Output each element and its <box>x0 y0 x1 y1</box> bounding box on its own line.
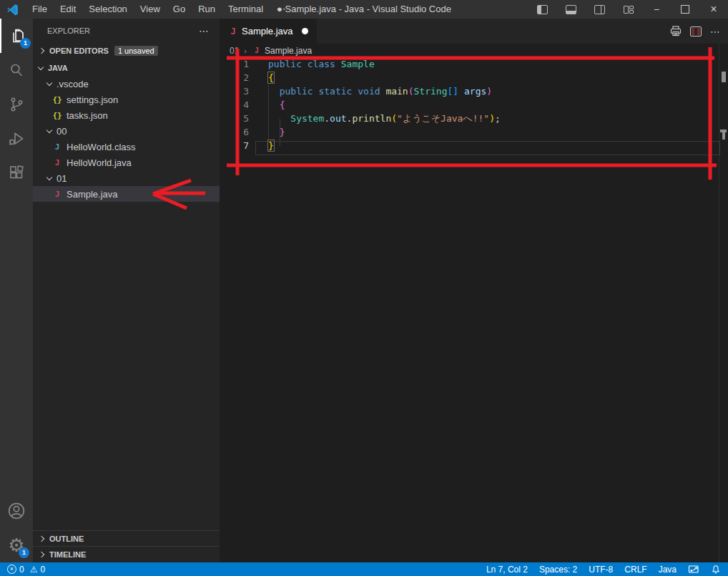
code-token: } <box>280 127 285 137</box>
overview-ruler-mark <box>722 72 726 82</box>
tree-item-label: 01 <box>56 173 67 184</box>
line-number: 6 <box>220 125 249 139</box>
tree-item--vscode[interactable]: .vscode <box>33 76 220 92</box>
menu-run[interactable]: Run <box>192 0 222 19</box>
tree-item-label: settings.json <box>67 94 118 105</box>
print-icon[interactable] <box>670 26 682 36</box>
extensions-icon[interactable] <box>0 156 33 190</box>
minimize-button[interactable]: − <box>642 0 671 19</box>
code-token: main <box>385 86 408 97</box>
code-line-1[interactable]: 1public class Sample <box>220 57 719 71</box>
code-token <box>302 59 308 69</box>
tree-item-label: Sample.java <box>67 189 118 200</box>
notifications-bell-icon[interactable] <box>711 565 721 575</box>
warning-icon: ⚠ <box>30 565 38 574</box>
menu-terminal[interactable]: Terminal <box>222 0 270 19</box>
timeline-label: TIMELINE <box>49 550 86 559</box>
matched-bracket: { <box>268 72 274 83</box>
menu-view[interactable]: View <box>134 0 167 19</box>
tree-item-00[interactable]: 00 <box>33 123 220 139</box>
explorer-icon[interactable]: 1 <box>0 19 34 53</box>
outline-section[interactable]: OUTLINE <box>33 530 220 547</box>
code-line-3[interactable]: 3 public static void main(String[] args) <box>220 84 719 98</box>
explorer-actions-icon[interactable]: ⋯ <box>199 25 210 36</box>
tree-item-sample-java[interactable]: JSample.java <box>33 186 220 202</box>
code-line-5[interactable]: 5 System.out.println("ようこそJavaへ!!"); <box>220 112 719 125</box>
settings-gear-icon[interactable]: ⚙ 1 <box>0 528 33 562</box>
error-count: 0 <box>19 565 24 575</box>
unsaved-badge: 1 unsaved <box>114 46 158 56</box>
breadcrumb-file[interactable]: Sample.java <box>265 46 312 56</box>
customize-layout-icon[interactable] <box>614 0 642 19</box>
vscode-logo-icon <box>6 4 19 16</box>
menu-edit[interactable]: Edit <box>54 0 82 19</box>
tree-item-tasks-json[interactable]: {}tasks.json <box>33 107 220 123</box>
toggle-panel-icon[interactable] <box>556 0 585 19</box>
breadcrumb-folder[interactable]: 01 <box>230 46 239 56</box>
line-number: 2 <box>220 71 249 84</box>
code-token: out <box>330 113 346 124</box>
code-token: String <box>414 86 448 97</box>
close-button[interactable]: × <box>699 0 728 19</box>
modified-dot-icon[interactable] <box>302 28 308 34</box>
open-editors-section[interactable]: OPEN EDITORS 1 unsaved <box>33 43 220 59</box>
code-token: ) <box>489 113 495 124</box>
tree-item-helloworld-class[interactable]: JHelloWorld.class <box>33 139 220 155</box>
tree-item-helloworld-java[interactable]: JHelloWorld.java <box>33 155 220 170</box>
editor-group: J Sample.java ⋯ <box>220 19 728 562</box>
title-bar: FileEditSelectionViewGoRunTerminal ⋯ ● S… <box>0 0 728 19</box>
source-control-icon[interactable] <box>0 87 33 122</box>
line-number: 3 <box>220 84 249 98</box>
menu-selection[interactable]: Selection <box>82 0 133 19</box>
code-token: . <box>324 113 330 124</box>
menu-go[interactable]: Go <box>167 0 192 19</box>
activity-bar: 1 <box>0 19 33 562</box>
code-token: ( <box>391 113 397 124</box>
accounts-icon[interactable] <box>0 494 33 528</box>
code-token: println <box>352 113 391 124</box>
window-controls: − × <box>528 0 728 19</box>
toggle-sidebar-icon[interactable] <box>528 0 556 19</box>
problems-status[interactable]: × 0 ⚠ 0 <box>7 565 51 575</box>
code-token: [] <box>448 86 459 97</box>
code-token: { <box>280 99 285 110</box>
code-line-4[interactable]: 4 { <box>220 98 719 112</box>
run-and-debug-icon[interactable] <box>0 122 33 156</box>
split-editor-icon[interactable] <box>690 26 702 36</box>
sidebar-header: EXPLORER ⋯ <box>33 19 220 43</box>
settings-badge: 1 <box>19 547 29 558</box>
line-number: 7 <box>220 139 249 152</box>
menu-more[interactable]: ⋯ <box>270 0 292 19</box>
language-mode[interactable]: Java <box>659 565 677 575</box>
menu-file[interactable]: File <box>26 0 54 19</box>
code-area[interactable]: 1public class Sample2{3 public static vo… <box>220 57 719 562</box>
tab-bar: J Sample.java ⋯ <box>220 19 728 44</box>
explorer-sidebar: EXPLORER ⋯ OPEN EDITORS 1 unsaved JAVA.v… <box>33 19 220 562</box>
code-token <box>268 113 290 124</box>
json-file-icon: {} <box>52 95 62 104</box>
line-number: 5 <box>220 112 249 125</box>
more-actions-icon[interactable]: ⋯ <box>710 26 721 37</box>
toggle-secondary-sidebar-icon[interactable] <box>585 0 614 19</box>
code-token: ) <box>486 86 492 97</box>
search-icon[interactable] <box>0 53 33 87</box>
tree-item-01[interactable]: 01 <box>33 170 220 186</box>
code-line-6[interactable]: 6 } <box>220 125 719 139</box>
menu-bar: FileEditSelectionViewGoRunTerminal <box>26 0 270 19</box>
indentation-status[interactable]: Spaces: 2 <box>539 565 577 575</box>
tab-sample-java[interactable]: J Sample.java <box>220 19 317 44</box>
feedback-icon[interactable] <box>688 565 699 575</box>
java-file-icon: J <box>252 47 262 54</box>
eol-status[interactable]: CRLF <box>624 565 646 575</box>
tree-item-settings-json[interactable]: {}settings.json <box>33 92 220 107</box>
encoding-status[interactable]: UTF-8 <box>589 565 613 575</box>
code-token: ( <box>408 86 414 97</box>
cursor-position[interactable]: Ln 7, Col 2 <box>486 565 528 575</box>
code-line-2[interactable]: 2{ <box>220 71 719 84</box>
timeline-section[interactable]: TIMELINE <box>33 546 220 562</box>
maximize-button[interactable] <box>671 0 699 19</box>
explorer-badge: 1 <box>20 38 31 49</box>
editor-scrollbar[interactable] <box>719 44 728 562</box>
tree-item-java[interactable]: JAVA <box>33 60 220 76</box>
code-line-7[interactable]: 7} <box>220 139 719 152</box>
